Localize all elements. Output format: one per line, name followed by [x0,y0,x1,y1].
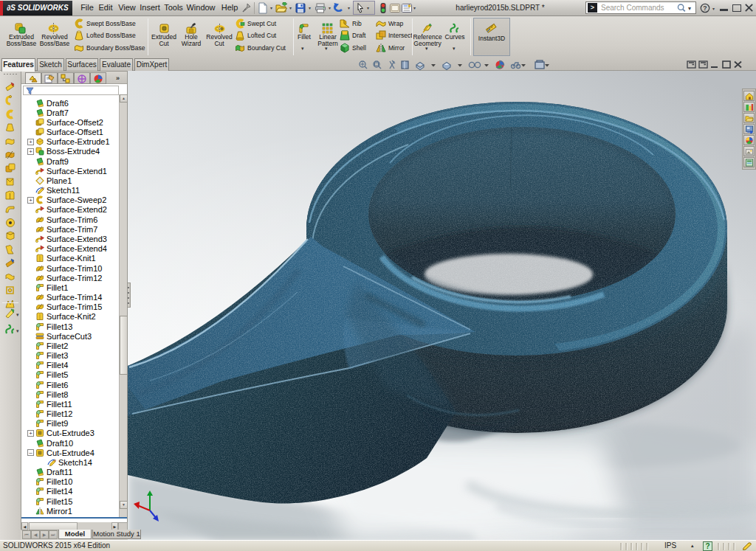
svg-text:?: ? [703,4,707,12]
